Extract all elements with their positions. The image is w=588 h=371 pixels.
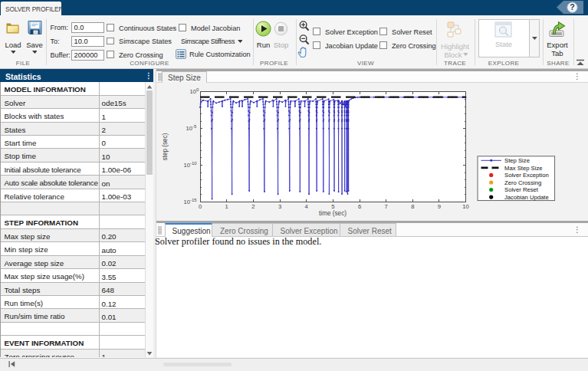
svg-text:Solver Reset: Solver Reset — [504, 186, 539, 193]
svg-text:Max Step Size: Max Step Size — [504, 165, 543, 172]
svg-text:1: 1 — [225, 203, 228, 210]
svg-text:8: 8 — [411, 203, 414, 210]
svg-text:time (sec): time (sec) — [319, 210, 347, 217]
svg-text:?: ? — [570, 2, 574, 11]
svg-text:3: 3 — [278, 203, 281, 210]
svg-text:2: 2 — [251, 203, 255, 210]
svg-text:Step Size: Step Size — [504, 157, 530, 164]
svg-text:6: 6 — [358, 203, 361, 210]
svg-text:Zero Crossing: Zero Crossing — [504, 179, 541, 186]
svg-text:Solver Exception: Solver Exception — [504, 172, 549, 179]
svg-text:Jacobian Update: Jacobian Update — [504, 194, 549, 201]
svg-text:7: 7 — [384, 203, 387, 210]
svg-text:5: 5 — [331, 203, 334, 210]
svg-text:0: 0 — [199, 203, 202, 210]
svg-text:step (sec): step (sec) — [162, 133, 169, 160]
svg-text:9: 9 — [438, 203, 441, 210]
svg-text:4: 4 — [304, 203, 307, 210]
svg-text:10: 10 — [462, 203, 468, 210]
